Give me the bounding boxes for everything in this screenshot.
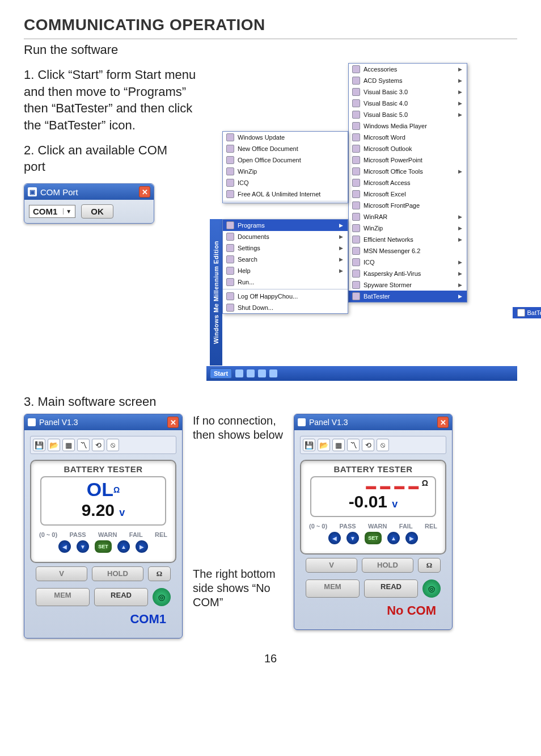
- ohm-button[interactable]: Ω: [418, 558, 441, 573]
- programs-item[interactable]: Microsoft Office Tools▶: [349, 166, 467, 177]
- stop-icon[interactable]: ⦸: [377, 439, 389, 451]
- program-icon: [226, 244, 234, 252]
- refresh-icon[interactable]: ⟲: [362, 439, 374, 451]
- error-dashes: ▬ ▬ ▬ ▬: [366, 480, 419, 492]
- hold-button[interactable]: HOLD: [92, 566, 143, 581]
- grid-icon[interactable]: ▦: [332, 439, 345, 451]
- start-menu-item[interactable]: WinZip: [223, 166, 348, 177]
- programs-item[interactable]: MSN Messenger 6.2: [349, 245, 467, 257]
- start-menu-item[interactable]: Settings▶: [223, 242, 348, 254]
- start-menu-item[interactable]: Search▶: [223, 254, 348, 265]
- subheading: Run the software: [24, 43, 517, 57]
- programs-item[interactable]: BatTester▶: [349, 291, 467, 302]
- ok-button[interactable]: OK: [81, 204, 113, 219]
- taskbar: Start: [206, 366, 517, 381]
- programs-item[interactable]: WinZip▶: [349, 222, 467, 234]
- start-menu-item[interactable]: Log Off HappyChou...: [223, 291, 348, 302]
- refresh-icon[interactable]: ⟲: [92, 439, 104, 451]
- close-icon[interactable]: ✕: [437, 417, 449, 428]
- stop-icon[interactable]: ⦸: [107, 439, 119, 451]
- program-icon: [226, 156, 234, 164]
- start-menu-item[interactable]: Run...: [223, 276, 348, 288]
- led-up-arrow: ▲: [387, 532, 400, 544]
- program-icon: [226, 190, 234, 198]
- programs-item[interactable]: Accessories▶: [349, 64, 467, 75]
- programs-item[interactable]: Visual Basic 4.0▶: [349, 98, 467, 109]
- start-menu-item[interactable]: Open Office Document: [223, 154, 348, 166]
- programs-item[interactable]: Visual Basic 5.0▶: [349, 109, 467, 120]
- start-menu-item[interactable]: Documents▶: [223, 231, 348, 242]
- com-port-title: COM Port: [40, 187, 78, 197]
- read-button[interactable]: READ: [364, 579, 418, 598]
- panel-toolbar: 💾 📂 ▦ 〽 ⟲ ⦸: [30, 436, 176, 454]
- step-3-text: 3. Main software screen: [24, 394, 517, 409]
- start-menu-item[interactable]: Shut Down...: [223, 302, 348, 313]
- program-icon: [352, 213, 360, 221]
- start-menu-sidebar: Windows Me Millennium Edition: [210, 219, 222, 366]
- lcd-heading: BATTERY TESTER: [31, 464, 175, 474]
- program-icon: [352, 88, 360, 96]
- note-no-connection: If no connection, then shows below: [193, 414, 284, 442]
- start-menu-item[interactable]: New Office Document: [223, 143, 348, 154]
- start-menu-item[interactable]: Windows Update: [223, 132, 348, 143]
- set-button[interactable]: SET: [95, 540, 112, 553]
- programs-item[interactable]: Efficient Networks▶: [349, 234, 467, 245]
- save-icon[interactable]: 💾: [303, 439, 315, 451]
- programs-item[interactable]: Microsoft Excel: [349, 188, 467, 200]
- programs-item[interactable]: Windows Media Player: [349, 120, 467, 132]
- programs-item[interactable]: Microsoft Outlook: [349, 143, 467, 154]
- programs-item[interactable]: WinRAR▶: [349, 211, 467, 222]
- programs-item[interactable]: Kaspersky Anti-Virus▶: [349, 268, 467, 279]
- mem-button[interactable]: MEM: [36, 588, 90, 606]
- programs-item[interactable]: ACD Systems▶: [349, 75, 467, 86]
- ohm-button[interactable]: Ω: [148, 566, 171, 581]
- volt-unit: v: [392, 498, 398, 510]
- lcd-display: BATTERY TESTER OLΩ 9.20 v (0 ~ 0)PASSWAR…: [30, 460, 176, 563]
- start-button[interactable]: Start: [210, 368, 232, 379]
- programs-item[interactable]: Microsoft PowerPoint: [349, 154, 467, 166]
- start-menu-item[interactable]: Free AOL & Unlimited Internet: [223, 188, 348, 200]
- program-icon: [352, 133, 360, 141]
- panel-title: Panel V1.3: [309, 418, 348, 427]
- record-icon[interactable]: ◎: [422, 579, 441, 598]
- programs-item[interactable]: Spyware Stormer▶: [349, 279, 467, 291]
- close-icon[interactable]: ✕: [167, 417, 179, 428]
- start-menu-item[interactable]: Programs▶: [223, 220, 348, 231]
- save-icon[interactable]: 💾: [33, 439, 45, 451]
- program-icon: [352, 190, 360, 198]
- flyout-label: BatTester: [527, 309, 541, 316]
- record-icon[interactable]: ◎: [153, 588, 171, 606]
- v-button[interactable]: V: [306, 558, 357, 573]
- program-icon: [226, 167, 234, 175]
- tray-icon: [247, 369, 255, 377]
- led-left-arrow: ◀: [328, 532, 341, 544]
- close-icon[interactable]: ✕: [139, 186, 150, 198]
- programs-item[interactable]: Microsoft FrontPage: [349, 200, 467, 211]
- battester-flyout[interactable]: BatTester: [513, 307, 541, 318]
- status-label: WARN: [368, 523, 387, 530]
- chevron-down-icon: ▼: [63, 208, 71, 215]
- panel-title: Panel V1.3: [39, 418, 78, 427]
- programs-item[interactable]: Microsoft Word: [349, 132, 467, 143]
- open-icon[interactable]: 📂: [318, 439, 330, 451]
- v-button[interactable]: V: [36, 566, 87, 581]
- program-icon: [226, 304, 234, 312]
- open-icon[interactable]: 📂: [48, 439, 60, 451]
- com-port-combo[interactable]: COM1 ▼: [29, 205, 75, 218]
- grid-icon[interactable]: ▦: [62, 439, 75, 451]
- programs-item[interactable]: ICQ▶: [349, 257, 467, 268]
- chart-icon[interactable]: 〽: [347, 439, 360, 451]
- start-menu-item[interactable]: ICQ: [223, 177, 348, 188]
- mem-button[interactable]: MEM: [306, 579, 360, 598]
- chart-icon[interactable]: 〽: [77, 439, 90, 451]
- programs-item[interactable]: Visual Basic 3.0▶: [349, 86, 467, 98]
- set-button[interactable]: SET: [365, 532, 382, 544]
- com-status: COM1: [30, 610, 176, 632]
- programs-item[interactable]: Microsoft Access: [349, 177, 467, 188]
- read-button[interactable]: READ: [94, 588, 148, 606]
- tray-icon: [235, 369, 243, 377]
- app-icon: [298, 418, 306, 426]
- start-menu-item[interactable]: Help▶: [223, 265, 348, 276]
- hold-button[interactable]: HOLD: [362, 558, 413, 573]
- program-icon: [226, 278, 234, 286]
